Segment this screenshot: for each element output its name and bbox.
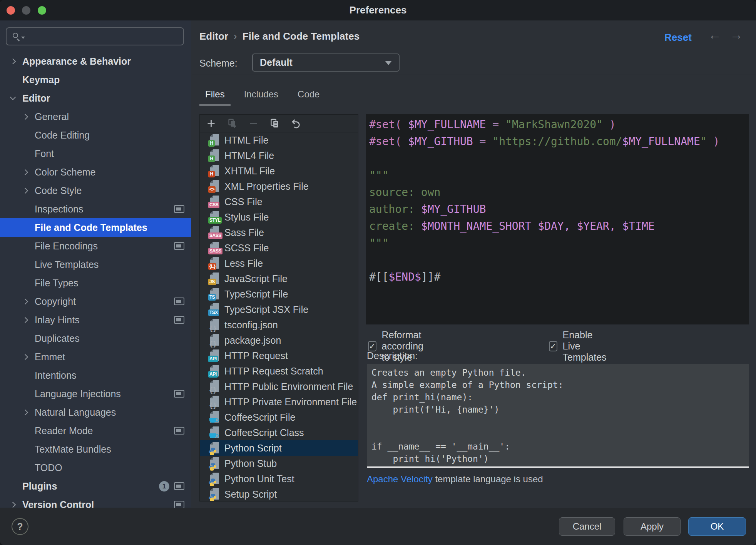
js-file-icon: JS: [208, 272, 221, 285]
template-item-typescript-jsx-file[interactable]: TSXTypeScript JSX File: [200, 302, 358, 317]
template-item-stylus-file[interactable]: STYLStylus File: [200, 209, 358, 225]
sidebar-item-color-scheme[interactable]: Color Scheme: [0, 163, 191, 181]
tab-files[interactable]: Files: [199, 85, 231, 106]
file-fold-shape: [210, 272, 213, 275]
file-fold-shape: [210, 211, 213, 214]
template-item-http-request-scratch[interactable]: APIHTTP Request Scratch: [200, 363, 358, 379]
python-file-icon: [208, 441, 221, 455]
sidebar-item-natural-languages[interactable]: Natural Languages: [0, 403, 191, 421]
sidebar-item-font[interactable]: Font: [0, 144, 191, 163]
sidebar-item-file-encodings[interactable]: File Encodings: [0, 237, 191, 255]
template-item-http-public-environment-file[interactable]: {}HTTP Public Environment File: [200, 379, 358, 394]
file-fold-shape: [210, 426, 213, 429]
template-item-css-file[interactable]: CSSCSS File: [200, 194, 358, 209]
template-item-typescript-file[interactable]: TSTypeScript File: [200, 286, 358, 302]
sidebar-item-todo[interactable]: TODO: [0, 458, 191, 477]
template-item-coffeescript-file[interactable]: CoffeeScript File: [200, 410, 358, 425]
duplicate-button[interactable]: [269, 118, 280, 129]
template-item-scss-file[interactable]: SASSSCSS File: [200, 240, 358, 256]
sidebar-item-label: Language Injections: [35, 385, 121, 403]
chevron-down-icon: [385, 61, 392, 65]
file-type-badge: TS: [208, 294, 216, 301]
sidebar-item-copyright[interactable]: Copyright: [0, 292, 191, 311]
template-item-less-file[interactable]: {L}Less File: [200, 256, 358, 271]
template-item-python-unit-test[interactable]: Python Unit Test: [200, 471, 358, 486]
checkbox[interactable]: ✓: [549, 341, 557, 351]
template-item-setup-script[interactable]: Setup Script: [200, 486, 358, 502]
reset-template-button[interactable]: [291, 118, 301, 129]
file-fold-shape: [210, 442, 213, 445]
close-window-button[interactable]: [7, 6, 15, 15]
template-item-http-private-environment-file[interactable]: {}HTTP Private Environment File: [200, 394, 358, 410]
sidebar-item-editor[interactable]: Editor: [0, 89, 191, 107]
sidebar-item-file-types[interactable]: File Types: [0, 274, 191, 292]
settings-tree: Appearance & BehaviorKeymapEditorGeneral…: [0, 52, 191, 508]
search-input[interactable]: [6, 27, 184, 45]
code-token: #set(: [369, 118, 408, 131]
ok-button[interactable]: OK: [688, 517, 746, 536]
template-item-python-script[interactable]: Python Script: [200, 440, 358, 456]
template-item-label: Python Unit Test: [224, 473, 294, 485]
zoom-window-button[interactable]: [38, 6, 46, 15]
apache-velocity-link[interactable]: Apache Velocity: [367, 474, 433, 484]
template-item-coffeescript-class[interactable]: CoffeeScript Class: [200, 425, 358, 440]
template-list-toolbar: [200, 115, 358, 132]
sidebar-item-language-injections[interactable]: Language Injections: [0, 385, 191, 403]
sidebar-item-textmate-bundles[interactable]: TextMate Bundles: [0, 440, 191, 458]
sidebar-item-code-editing[interactable]: Code Editing: [0, 126, 191, 144]
minimize-window-button[interactable]: [22, 6, 30, 15]
template-item-xhtml-file[interactable]: HXHTML File: [200, 163, 358, 179]
template-item-label: XHTML File: [224, 166, 275, 177]
sidebar-item-label: File Types: [35, 274, 78, 292]
breadcrumb-editor: Editor: [199, 30, 228, 42]
file-type-badge: CSS: [208, 202, 219, 208]
template-code-editor[interactable]: #set( $MY_FULLNAME = "MarkShawn2020" )#s…: [366, 114, 749, 324]
template-item-tsconfig-json[interactable]: {}tsconfig.json: [200, 317, 358, 333]
template-item-package-json[interactable]: {}package.json: [200, 333, 358, 348]
sidebar-item-label: Copyright: [35, 292, 76, 311]
sidebar-item-intentions[interactable]: Intentions: [0, 366, 191, 385]
sidebar-item-label: Editor: [22, 89, 50, 107]
sidebar-item-code-style[interactable]: Code Style: [0, 181, 191, 200]
python-logo-glyph: [208, 447, 217, 455]
code-token: ": [700, 135, 707, 148]
sidebar-item-reader-mode[interactable]: Reader Mode: [0, 421, 191, 440]
template-item-http-request[interactable]: APIHTTP Request: [200, 348, 358, 363]
sidebar-item-emmet[interactable]: Emmet: [0, 348, 191, 366]
template-item-sass-file[interactable]: SASSSass File: [200, 225, 358, 240]
sidebar-item-appearance-behavior[interactable]: Appearance & Behavior: [0, 52, 191, 70]
file-type-badge: H: [208, 140, 215, 147]
help-button[interactable]: ?: [12, 518, 28, 535]
scheme-label: Scheme:: [199, 58, 238, 69]
template-item-javascript-file[interactable]: JSJavaScript File: [200, 271, 358, 286]
checkbox[interactable]: ✓: [368, 341, 376, 351]
code-token: $END$: [389, 271, 421, 283]
back-arrow-icon[interactable]: ←: [708, 27, 721, 42]
sidebar-item-inspections[interactable]: Inspections: [0, 200, 191, 218]
template-item-html-file[interactable]: HHTML File: [200, 132, 358, 148]
sidebar-item-keymap[interactable]: Keymap: [0, 70, 191, 89]
forward-arrow-icon[interactable]: →: [730, 27, 743, 42]
api-file-icon: API: [208, 349, 221, 362]
sidebar-item-inlay-hints[interactable]: Inlay Hints: [0, 311, 191, 329]
add-button[interactable]: [206, 118, 216, 129]
cancel-button[interactable]: Cancel: [559, 517, 615, 536]
sidebar-item-live-templates[interactable]: Live Templates: [0, 255, 191, 274]
template-item-xml-properties-file[interactable]: <>XML Properties File: [200, 179, 358, 194]
sidebar-item-plugins[interactable]: Plugins1: [0, 477, 191, 495]
sidebar-item-file-and-code-templates[interactable]: File and Code Templates: [0, 218, 191, 237]
template-item-python-stub[interactable]: Python Stub: [200, 456, 358, 471]
scheme-dropdown[interactable]: Default: [252, 53, 400, 72]
sidebar-item-version-control[interactable]: Version Control: [0, 495, 191, 508]
breadcrumb-file-and-code-templates: File and Code Templates: [243, 30, 360, 42]
sidebar-item-label: Color Scheme: [35, 163, 95, 181]
sidebar-item-label: Duplicates: [35, 329, 80, 348]
apply-button[interactable]: Apply: [624, 517, 681, 536]
sidebar-item-general[interactable]: General: [0, 107, 191, 126]
tab-code[interactable]: Code: [292, 85, 325, 106]
sidebar-item-duplicates[interactable]: Duplicates: [0, 329, 191, 348]
sidebar-item-label: Inlay Hints: [35, 311, 80, 329]
reset-link[interactable]: Reset: [664, 32, 692, 43]
template-item-html4-file[interactable]: HHTML4 File: [200, 148, 358, 163]
tab-includes[interactable]: Includes: [238, 85, 284, 106]
